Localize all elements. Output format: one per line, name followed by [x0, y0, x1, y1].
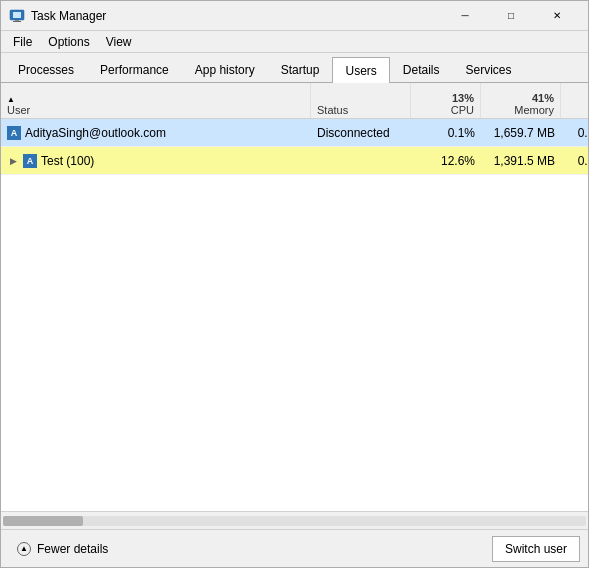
- table-row[interactable]: ▶ A Test (100) 12.6% 1,391.5 MB 0.3 MB/s…: [1, 147, 588, 175]
- td-disk-1: 0.1 MB/s: [561, 124, 588, 142]
- col-header-user[interactable]: ▲ User: [1, 83, 311, 118]
- tab-performance[interactable]: Performance: [87, 56, 182, 82]
- td-cpu-1: 0.1%: [411, 124, 481, 142]
- fewer-details-button[interactable]: ▲ Fewer details: [9, 538, 116, 560]
- window-title: Task Manager: [31, 9, 106, 23]
- user-avatar-1: A: [7, 126, 21, 140]
- title-bar-controls: ─ □ ✕: [442, 1, 580, 31]
- svg-rect-1: [13, 12, 21, 18]
- table-row[interactable]: A AdityaSingh@outlook.com Disconnected 0…: [1, 119, 588, 147]
- col-label-status: Status: [317, 104, 404, 116]
- maximize-button[interactable]: □: [488, 1, 534, 31]
- col-header-disk[interactable]: 26% Disk: [561, 83, 589, 118]
- menu-file[interactable]: File: [5, 33, 40, 51]
- status-bar: ▲ Fewer details Switch user: [1, 529, 588, 567]
- cpu-percent: 13%: [452, 92, 474, 104]
- scrollbar-track: [3, 516, 586, 526]
- tabs-bar: Processes Performance App history Startu…: [1, 53, 588, 83]
- chevron-up-icon: ▲: [17, 542, 31, 556]
- scrollbar-thumb[interactable]: [3, 516, 83, 526]
- td-status-1: Disconnected: [311, 124, 411, 142]
- main-content: ▲ User Status 13% CPU 41% Memory 26% Dis…: [1, 83, 588, 511]
- col-label-cpu: CPU: [451, 104, 474, 116]
- menu-options[interactable]: Options: [40, 33, 97, 51]
- sort-indicator: ▲: [7, 95, 304, 104]
- close-button[interactable]: ✕: [534, 1, 580, 31]
- td-disk-2: 0.3 MB/s: [561, 152, 588, 170]
- col-label-memory: Memory: [514, 104, 554, 116]
- expand-icon[interactable]: ▶: [7, 155, 19, 167]
- taskmanager-icon: [9, 8, 25, 24]
- tab-app-history[interactable]: App history: [182, 56, 268, 82]
- svg-rect-2: [15, 20, 19, 21]
- td-status-2: [311, 159, 411, 163]
- col-header-memory[interactable]: 41% Memory: [481, 83, 561, 118]
- td-user-1: A AdityaSingh@outlook.com: [1, 124, 311, 142]
- menu-view[interactable]: View: [98, 33, 140, 51]
- switch-user-button[interactable]: Switch user: [492, 536, 580, 562]
- menu-bar: File Options View: [1, 31, 588, 53]
- col-header-cpu[interactable]: 13% CPU: [411, 83, 481, 118]
- tab-details[interactable]: Details: [390, 56, 453, 82]
- svg-rect-3: [13, 21, 21, 22]
- td-memory-2: 1,391.5 MB: [481, 152, 561, 170]
- col-header-status[interactable]: Status: [311, 83, 411, 118]
- task-manager-window: Task Manager ─ □ ✕ File Options View Pro…: [0, 0, 589, 568]
- user-name-2: Test (100): [41, 154, 94, 168]
- table-header: ▲ User Status 13% CPU 41% Memory 26% Dis…: [1, 83, 588, 119]
- memory-percent: 41%: [532, 92, 554, 104]
- td-cpu-2: 12.6%: [411, 152, 481, 170]
- horizontal-scrollbar[interactable]: [1, 511, 588, 529]
- title-bar: Task Manager ─ □ ✕: [1, 1, 588, 31]
- fewer-details-label: Fewer details: [37, 542, 108, 556]
- td-memory-1: 1,659.7 MB: [481, 124, 561, 142]
- tab-users[interactable]: Users: [332, 57, 389, 83]
- tab-startup[interactable]: Startup: [268, 56, 333, 82]
- minimize-button[interactable]: ─: [442, 1, 488, 31]
- user-avatar-2: A: [23, 154, 37, 168]
- tab-processes[interactable]: Processes: [5, 56, 87, 82]
- user-name-1: AdityaSingh@outlook.com: [25, 126, 166, 140]
- table-body: A AdityaSingh@outlook.com Disconnected 0…: [1, 119, 588, 511]
- tab-services[interactable]: Services: [453, 56, 525, 82]
- col-label-user: User: [7, 104, 304, 116]
- title-bar-left: Task Manager: [9, 8, 106, 24]
- td-user-2: ▶ A Test (100): [1, 152, 311, 170]
